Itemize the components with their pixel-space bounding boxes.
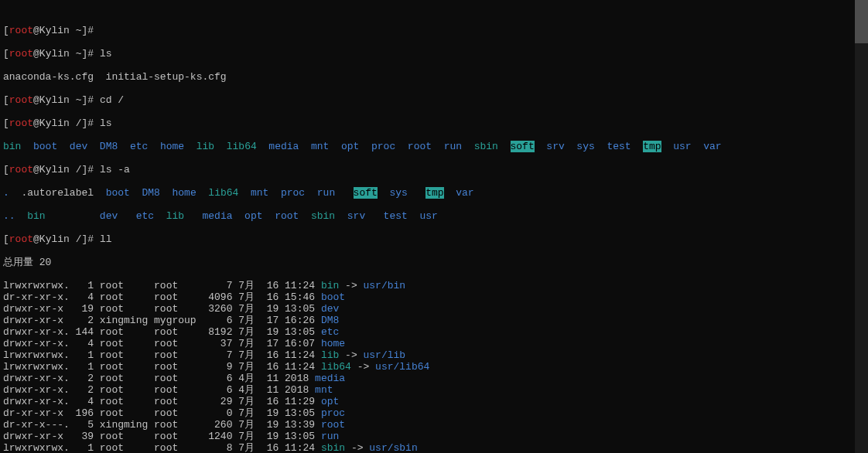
ll-row: lrwxrwxrwx. 1 root root 9 7月 16 11:24 li… [3, 361, 852, 373]
ll-row: drwxr-xr-x. 4 root root 37 7月 17 16:07 h… [3, 338, 852, 349]
ll-row: dr-xr-xr-x 196 root root 0 7月 19 13:05 p… [3, 407, 852, 419]
ll-row: drwxr-xr-x 2 xingming mygroup 6 7月 17 16… [3, 315, 852, 326]
scrollbar-thumb[interactable] [855, 0, 868, 43]
ls-a-output: .. bin dev etc lib media opt root sbin s… [3, 210, 852, 222]
terminal-output[interactable]: [root@Kylin ~]# [root@Kylin ~]# ls anaco… [0, 0, 855, 453]
ll-row: dr-xr-x---. 5 xingming root 260 7月 19 13… [3, 419, 852, 431]
ll-row: drwxr-xr-x. 4 root root 29 7月 16 11:29 o… [3, 396, 852, 407]
ls-a-output: . .autorelabel boot DM8 home lib64 mnt p… [3, 187, 852, 199]
prompt-line: [root@Kylin ~]# cd / [3, 94, 852, 106]
ls-output: anaconda-ks.cfg initial-setup-ks.cfg [3, 71, 852, 83]
prompt-line: [root@Kylin /]# ll [3, 233, 852, 245]
vertical-scrollbar[interactable] [855, 0, 868, 453]
ll-row: dr-xr-xr-x. 4 root root 4096 7月 16 15:46… [3, 291, 852, 303]
ll-row: lrwxrwxrwx. 1 root root 8 7月 16 11:24 sb… [3, 442, 852, 453]
prompt-line: [root@Kylin /]# ls -a [3, 164, 852, 175]
ll-row: lrwxrwxrwx. 1 root root 7 7月 16 11:24 bi… [3, 280, 852, 291]
ll-row: drwxr-xr-x 39 root root 1240 7月 19 13:05… [3, 431, 852, 442]
ll-row: drwxr-xr-x. 144 root root 8192 7月 19 13:… [3, 326, 852, 338]
prompt-line: [root@Kylin ~]# [3, 25, 852, 36]
ll-row: lrwxrwxrwx. 1 root root 7 7月 16 11:24 li… [3, 349, 852, 361]
ll-row: drwxr-xr-x. 2 root root 6 4月 11 2018 med… [3, 373, 852, 384]
prompt-line: [root@Kylin ~]# ls [3, 48, 852, 60]
prompt-line: [root@Kylin /]# ls [3, 118, 852, 129]
ls-root-output: bin boot dev DM8 etc home lib lib64 medi… [3, 141, 852, 152]
ll-output: lrwxrwxrwx. 1 root root 7 7月 16 11:24 bi… [3, 280, 852, 453]
ll-row: drwxr-xr-x 19 root root 3260 7月 19 13:05… [3, 303, 852, 315]
ll-row: drwxr-xr-x. 2 root root 6 4月 11 2018 mnt [3, 384, 852, 396]
ll-header: 总用量 20 [3, 257, 852, 268]
